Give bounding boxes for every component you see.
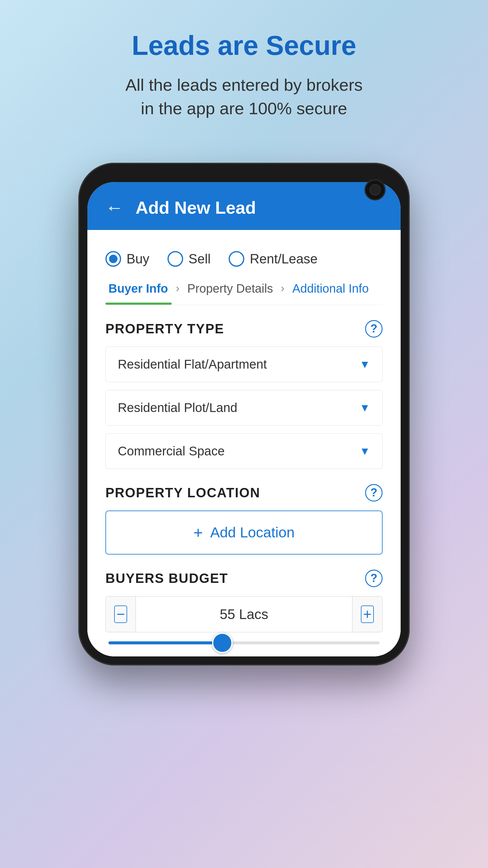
radio-rent-circle[interactable] bbox=[229, 251, 244, 267]
buyers-budget-help-icon[interactable]: ? bbox=[365, 569, 383, 587]
top-section: Leads are Secure All the leads entered b… bbox=[0, 0, 488, 145]
tab-additional-info-label: Additional Info bbox=[292, 282, 369, 296]
budget-row: − 55 Lacs + bbox=[105, 596, 383, 632]
tab-property-details-label: Property Details bbox=[187, 282, 273, 296]
property-location-title: PROPERTY LOCATION bbox=[105, 485, 260, 500]
dropdown-residential-plot[interactable]: Residential Plot/Land ▼ bbox=[105, 390, 383, 426]
tabs-container: Buyer Info › Property Details › Addition… bbox=[105, 276, 383, 305]
budget-value-display: 55 Lacs bbox=[136, 597, 352, 631]
property-location-header: PROPERTY LOCATION ? bbox=[105, 484, 383, 501]
phone-camera bbox=[364, 179, 386, 200]
phone-screen: ← Add New Lead Buy Sell bbox=[87, 182, 401, 656]
budget-plus-icon: + bbox=[361, 606, 374, 623]
dropdown-residential-plot-arrow: ▼ bbox=[359, 401, 370, 414]
app-content: Buy Sell Rent/Lease Buyer Inf bbox=[87, 230, 401, 656]
budget-increment-button[interactable]: + bbox=[352, 596, 382, 632]
radio-rent-label: Rent/Lease bbox=[250, 251, 318, 267]
phone-notch bbox=[199, 172, 289, 177]
tab-buyer-info[interactable]: Buyer Info bbox=[105, 276, 171, 301]
dropdown-residential-flat[interactable]: Residential Flat/Apartment ▼ bbox=[105, 347, 383, 382]
budget-minus-symbol: − bbox=[116, 606, 125, 622]
property-type-header: PROPERTY TYPE ? bbox=[105, 320, 383, 338]
dropdown-residential-flat-arrow: ▼ bbox=[359, 358, 370, 371]
radio-sell-circle[interactable] bbox=[167, 251, 183, 267]
dropdown-residential-flat-label: Residential Flat/Apartment bbox=[118, 357, 267, 372]
tab-property-details[interactable]: Property Details bbox=[184, 276, 276, 301]
add-location-button[interactable]: + Add Location bbox=[105, 510, 383, 555]
add-location-text: Add Location bbox=[210, 524, 295, 541]
tab-additional-info[interactable]: Additional Info bbox=[289, 276, 372, 301]
phone-mockup: ← Add New Lead Buy Sell bbox=[78, 163, 410, 665]
tab-chevron-2: › bbox=[281, 282, 284, 295]
subtitle-text: All the leads entered by brokersin the a… bbox=[125, 73, 363, 121]
buyers-budget-section: BUYERS BUDGET ? − 55 Lacs bbox=[105, 569, 383, 644]
budget-decrement-button[interactable]: − bbox=[106, 596, 136, 632]
slider-thumb[interactable] bbox=[212, 632, 233, 653]
dropdown-commercial-space-label: Commercial Space bbox=[118, 444, 225, 458]
budget-plus-symbol: + bbox=[363, 606, 371, 622]
property-type-title: PROPERTY TYPE bbox=[105, 321, 224, 336]
tab-chevron-1: › bbox=[176, 282, 180, 295]
app-header-title: Add New Lead bbox=[135, 197, 256, 218]
property-location-help-symbol: ? bbox=[370, 486, 377, 499]
budget-slider[interactable] bbox=[105, 641, 383, 644]
dropdown-commercial-space-arrow: ▼ bbox=[359, 445, 370, 458]
radio-buy-circle[interactable] bbox=[105, 251, 121, 267]
tabs-row: Buyer Info › Property Details › Addition… bbox=[105, 276, 383, 301]
buyers-budget-help-symbol: ? bbox=[370, 572, 377, 585]
dropdown-residential-plot-label: Residential Plot/Land bbox=[118, 401, 237, 415]
radio-buy-label: Buy bbox=[127, 251, 150, 267]
transaction-type-row: Buy Sell Rent/Lease bbox=[105, 242, 383, 273]
budget-minus-icon: − bbox=[114, 606, 127, 623]
back-button[interactable]: ← bbox=[105, 197, 124, 218]
main-headline: Leads are Secure bbox=[132, 30, 356, 61]
buyers-budget-title: BUYERS BUDGET bbox=[105, 571, 228, 586]
radio-sell[interactable]: Sell bbox=[167, 251, 210, 267]
app-header: ← Add New Lead bbox=[87, 182, 401, 230]
property-type-help-icon[interactable]: ? bbox=[365, 320, 383, 338]
dropdown-commercial-space[interactable]: Commercial Space ▼ bbox=[105, 433, 383, 469]
slider-track bbox=[108, 641, 380, 644]
radio-sell-label: Sell bbox=[189, 251, 210, 267]
property-type-section: PROPERTY TYPE ? Residential Flat/Apartme… bbox=[105, 320, 383, 469]
radio-buy[interactable]: Buy bbox=[105, 251, 150, 267]
slider-fill bbox=[108, 641, 222, 644]
tab-underline bbox=[105, 303, 172, 305]
radio-rent-lease[interactable]: Rent/Lease bbox=[229, 251, 318, 267]
buyers-budget-header: BUYERS BUDGET ? bbox=[105, 569, 383, 587]
property-location-section: PROPERTY LOCATION ? + Add Location bbox=[105, 484, 383, 555]
tab-buyer-info-label: Buyer Info bbox=[108, 282, 168, 296]
add-location-plus-icon: + bbox=[193, 523, 203, 542]
property-location-help-icon[interactable]: ? bbox=[365, 484, 383, 501]
phone-shell: ← Add New Lead Buy Sell bbox=[78, 163, 410, 665]
property-type-help-symbol: ? bbox=[370, 322, 377, 335]
